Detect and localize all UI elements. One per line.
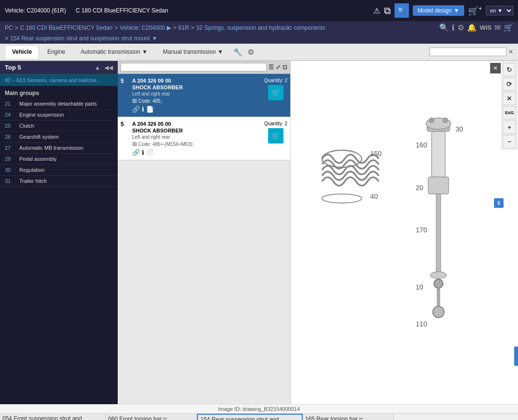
tab-search-bar: ✕ bbox=[430, 48, 513, 56]
svg-text:20: 20 bbox=[416, 184, 423, 192]
thumbnail-165[interactable]: 165 Rear torsion bar ✏ bbox=[303, 414, 394, 420]
breadcrumb-category[interactable]: 32 Springs, suspension and hydraulic com… bbox=[196, 24, 325, 31]
svg-rect-10 bbox=[436, 194, 441, 274]
model-design-btn[interactable]: Model design ▼ bbox=[413, 5, 464, 16]
part-code-icons: 🔗 ℹ 📄 bbox=[132, 149, 261, 156]
breadcrumb-vehicle[interactable]: Vehicle: C204000 bbox=[120, 24, 165, 31]
sidebar-group-label: Major assembly detachable parts bbox=[19, 101, 97, 107]
sidebar-group-24[interactable]: 24Engine suspension bbox=[0, 109, 118, 120]
sidebar-group-label: Clutch bbox=[19, 123, 34, 129]
thumb-edit-icon[interactable]: ✏ bbox=[359, 416, 363, 420]
part-row[interactable]: 5 A 204 326 05 00 SHOCK ABSORBER Left an… bbox=[118, 117, 290, 160]
warning-icon-btn[interactable]: ⚠ bbox=[373, 6, 380, 15]
sidebar-group-26[interactable]: 26Gearshift system bbox=[0, 132, 118, 143]
breadcrumb-variant[interactable]: 61R bbox=[178, 24, 189, 31]
breadcrumb-current-chevron[interactable]: ▼ bbox=[152, 35, 158, 42]
wrench-icon[interactable]: 🔧 bbox=[231, 46, 245, 59]
sidebar-group-num: 31 bbox=[5, 178, 15, 184]
sidebar-special-item[interactable]: 82 – 613 Sensors, camera and switche... bbox=[0, 74, 118, 86]
thumbnail-060[interactable]: 060 Front torsion bar ✏ bbox=[106, 414, 197, 420]
expand-icon[interactable]: ⤢ bbox=[276, 64, 281, 71]
part-doc-icon[interactable]: 📄 bbox=[146, 106, 154, 113]
tab-vehicle[interactable]: Vehicle bbox=[5, 45, 39, 59]
part-qty-area: Quantity: 2 🛒 bbox=[264, 121, 287, 144]
lang-select[interactable]: en ▼ bbox=[486, 6, 513, 15]
sidebar-group-30[interactable]: 30Regulation bbox=[0, 165, 118, 176]
settings-icon[interactable]: ⚙ bbox=[246, 46, 256, 59]
wis-btn[interactable]: WIS bbox=[480, 24, 492, 31]
top5-up-btn[interactable]: ▲ bbox=[95, 64, 100, 71]
alert-btn[interactable]: 🔔 bbox=[467, 23, 477, 32]
search-btn[interactable]: 🔍 bbox=[395, 3, 409, 18]
sidebar-group-num: 21 bbox=[5, 101, 15, 107]
list-icon[interactable]: ☰ bbox=[269, 64, 274, 71]
zoom-in-btn[interactable]: 🔍 bbox=[439, 23, 449, 32]
part-name: SHOCK ABSORBER bbox=[132, 128, 261, 133]
history-btn[interactable]: ⟳ bbox=[503, 77, 516, 91]
part-code-icon-1[interactable]: 🔗 bbox=[132, 149, 140, 156]
part-info-icon[interactable]: ℹ bbox=[142, 106, 144, 113]
sidebar-group-27[interactable]: 27Automatic MB transmission bbox=[0, 143, 118, 154]
sidebar-group-31[interactable]: 31Trailer hitch bbox=[0, 176, 118, 187]
sidebar-group-25[interactable]: 25Clutch bbox=[0, 120, 118, 132]
cart-add-btn[interactable]: 🛒+ bbox=[468, 5, 482, 16]
thumbnail-154[interactable]: 154 Rear suspension strut and suspension… bbox=[197, 414, 303, 420]
part-code: ⊞ Code: 486+-(M156+M63); bbox=[132, 141, 261, 147]
svg-text:170: 170 bbox=[416, 227, 427, 234]
info-btn[interactable]: ℹ bbox=[452, 23, 455, 32]
svg-point-19 bbox=[430, 118, 434, 122]
sidebar-group-num: 27 bbox=[5, 145, 15, 151]
part-details: A 204 326 09 00 SHOCK ABSORBER Left and … bbox=[132, 78, 261, 113]
svg-export-btn[interactable]: SVG bbox=[503, 106, 516, 120]
zoom-out-diag-btn[interactable]: − bbox=[503, 135, 516, 148]
tab-engine[interactable]: Engine bbox=[40, 45, 72, 59]
parts-search-input[interactable] bbox=[121, 63, 267, 72]
mail-btn[interactable]: ✉ bbox=[494, 23, 501, 32]
top5-controls: ▲ ◀◀ bbox=[95, 64, 113, 71]
sidebar-group-label: Engine suspension bbox=[19, 112, 64, 118]
svg-text:10: 10 bbox=[416, 283, 423, 291]
close-diagram-btn[interactable]: ✕ bbox=[490, 63, 501, 73]
filter-btn[interactable]: ⚙ bbox=[457, 23, 464, 32]
svg-text:160: 160 bbox=[416, 141, 427, 149]
zoom-in-diag-btn[interactable]: + bbox=[503, 120, 516, 134]
part-code-icon-1[interactable]: 🔗 bbox=[132, 106, 140, 113]
svg-point-12 bbox=[431, 272, 446, 278]
sidebar-group-label: Automatic MB transmission bbox=[19, 145, 83, 151]
cross-btn[interactable]: ✕ bbox=[503, 92, 516, 105]
thumb-label: 154 Rear suspension strut and suspension… bbox=[198, 415, 302, 420]
copy-icon-btn[interactable]: ⧉ bbox=[384, 5, 391, 16]
add-to-cart-btn[interactable]: 🛒 bbox=[268, 85, 284, 100]
svg-rect-8 bbox=[428, 177, 449, 194]
breadcrumb-pc[interactable]: PC bbox=[5, 24, 13, 31]
close-parts-icon[interactable]: ⊡ bbox=[283, 64, 287, 71]
diagram-area: ✕ ↻ ⟳ ✕ SVG + − 5 150 bbox=[291, 61, 518, 404]
sidebar-group-29[interactable]: 29Pedal assembly bbox=[0, 154, 118, 165]
top5-collapse-btn[interactable]: ◀◀ bbox=[104, 64, 113, 71]
part-code-icons: 🔗 ℹ 📄 bbox=[132, 106, 261, 113]
qty-label: Quantity: 2 bbox=[264, 121, 287, 126]
part-row[interactable]: 5 A 204 326 09 00 SHOCK ABSORBER Left an… bbox=[118, 74, 290, 117]
top5-label: Top 5 bbox=[5, 64, 21, 71]
thumbnail-054[interactable]: 054 Front suspension strut and suspensio… bbox=[0, 414, 106, 420]
tab-search-input[interactable] bbox=[430, 48, 506, 56]
breadcrumb-current[interactable]: 154 Rear suspension strut and suspension… bbox=[10, 35, 150, 42]
add-to-cart-btn[interactable]: 🛒 bbox=[268, 128, 284, 144]
tab-auto-transmission[interactable]: Automatic transmission ▼ bbox=[74, 45, 155, 59]
image-id-bar: Image ID: drawing_B32154000014 bbox=[0, 404, 518, 413]
part-doc-icon[interactable]: 📄 bbox=[146, 149, 154, 156]
part-pos: 5 bbox=[121, 121, 129, 128]
model-design-chevron: ▼ bbox=[454, 7, 459, 14]
rotate-btn[interactable]: ↻ bbox=[503, 63, 516, 76]
part-info-icon[interactable]: ℹ bbox=[142, 149, 144, 156]
tab-search-clear[interactable]: ✕ bbox=[508, 48, 513, 55]
thumb-edit-icon[interactable]: ✏ bbox=[163, 416, 167, 420]
expand-icon[interactable]: ▶ bbox=[167, 24, 171, 31]
breadcrumb-model[interactable]: C 180 CDI BlueEFFICIENCY Sedan bbox=[20, 24, 113, 31]
part-number: A 204 326 05 00 bbox=[132, 121, 261, 127]
diagram-svg: 150 40 30 160 20 170 10 bbox=[291, 61, 518, 404]
cart-btn[interactable]: 🛒 bbox=[504, 23, 513, 32]
sidebar-group-21[interactable]: 21Major assembly detachable parts bbox=[0, 98, 118, 109]
tab-manual-transmission[interactable]: Manual transmission ▼ bbox=[156, 45, 230, 59]
thumb-label-text: 060 Front torsion bar bbox=[108, 416, 161, 420]
